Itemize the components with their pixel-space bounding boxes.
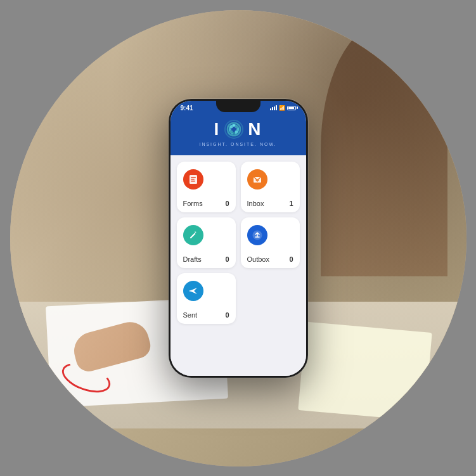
svg-point-4 <box>235 130 238 133</box>
svg-rect-10 <box>191 177 196 178</box>
outbox-label: Outbox <box>247 255 269 263</box>
app-content: Forms 0 <box>170 155 306 376</box>
sent-footer: Sent 0 <box>183 311 229 319</box>
svg-point-3 <box>230 130 233 133</box>
svg-point-2 <box>235 125 238 128</box>
drafts-tile[interactable]: Drafts 0 <box>177 217 236 268</box>
sent-row: Sent 0 <box>177 273 300 324</box>
logo-left: I <box>214 120 220 138</box>
background-person-right <box>321 23 447 276</box>
drafts-label: Drafts <box>183 255 202 263</box>
inbox-label: Inbox <box>247 200 264 207</box>
svg-point-5 <box>233 124 235 127</box>
phone: 9:41 📶 <box>169 99 308 378</box>
phone-screen: 9:41 📶 <box>170 101 306 376</box>
empty-cell <box>241 273 300 324</box>
drafts-footer: Drafts 0 <box>183 255 229 263</box>
inbox-tile[interactable]: Inbox 1 <box>241 162 300 212</box>
inbox-icon <box>247 169 267 190</box>
svg-point-8 <box>236 128 239 131</box>
drafts-icon <box>183 225 203 245</box>
signal-icon <box>270 105 277 110</box>
svg-rect-12 <box>191 181 195 182</box>
wifi-icon: 📶 <box>279 105 285 111</box>
inbox-count: 1 <box>289 200 293 207</box>
forms-label: Forms <box>183 200 203 207</box>
status-time: 9:41 <box>181 105 193 112</box>
battery-icon <box>287 106 296 110</box>
outbox-icon <box>247 225 267 245</box>
background-paper2 <box>298 321 432 421</box>
logo-right: N <box>248 120 262 138</box>
phone-notch <box>216 101 261 112</box>
tagline: INSIGHT. ONSITE. NOW. <box>199 142 276 146</box>
outbox-tile[interactable]: Outbox 0 <box>241 217 300 268</box>
main-grid: Forms 0 <box>177 162 300 268</box>
outbox-footer: Outbox 0 <box>247 255 293 263</box>
svg-point-7 <box>229 128 231 131</box>
scene-circle: 9:41 📶 <box>10 10 466 466</box>
logo-icon <box>222 118 245 141</box>
sent-icon <box>183 281 203 301</box>
forms-footer: Forms 0 <box>183 200 229 207</box>
forms-icon <box>183 169 203 190</box>
outbox-count: 0 <box>289 255 293 263</box>
svg-rect-11 <box>191 179 195 180</box>
app-header: I <box>170 114 306 155</box>
forms-tile[interactable]: Forms 0 <box>177 162 236 212</box>
drafts-count: 0 <box>225 255 229 263</box>
svg-point-6 <box>233 132 235 134</box>
inbox-footer: Inbox 1 <box>247 200 293 207</box>
sent-count: 0 <box>225 311 229 319</box>
sent-label: Sent <box>183 311 198 319</box>
status-icons: 📶 <box>270 105 296 111</box>
sent-tile[interactable]: Sent 0 <box>177 273 236 324</box>
svg-point-1 <box>230 125 233 128</box>
forms-count: 0 <box>225 200 229 207</box>
logo-container: I <box>214 118 262 141</box>
phone-wrapper: 9:41 📶 <box>169 99 308 378</box>
